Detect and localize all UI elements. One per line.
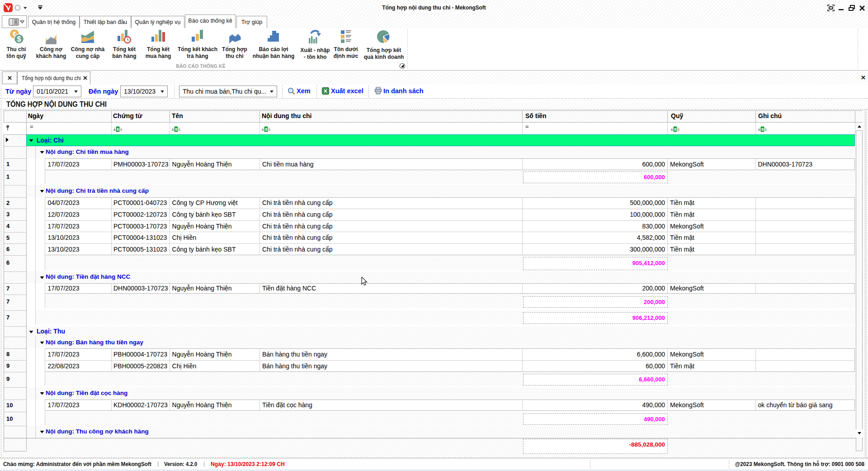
- svg-text:B: B: [761, 127, 764, 132]
- svg-text:B: B: [117, 127, 119, 132]
- svg-text:$: $: [17, 35, 21, 43]
- svg-text:C: C: [269, 128, 270, 131]
- svg-text:B: B: [175, 127, 177, 132]
- svg-text:A: A: [172, 128, 174, 131]
- svg-text:A: A: [671, 128, 673, 131]
- svg-text:C: C: [179, 128, 180, 131]
- svg-text:B: B: [265, 127, 267, 132]
- svg-text:A: A: [262, 128, 264, 131]
- svg-text:C: C: [120, 128, 122, 131]
- svg-text:B: B: [674, 127, 676, 132]
- svg-text:C: C: [765, 128, 767, 131]
- svg-text:C: C: [678, 128, 679, 131]
- svg-text:A: A: [758, 128, 760, 131]
- svg-text:A: A: [113, 128, 116, 131]
